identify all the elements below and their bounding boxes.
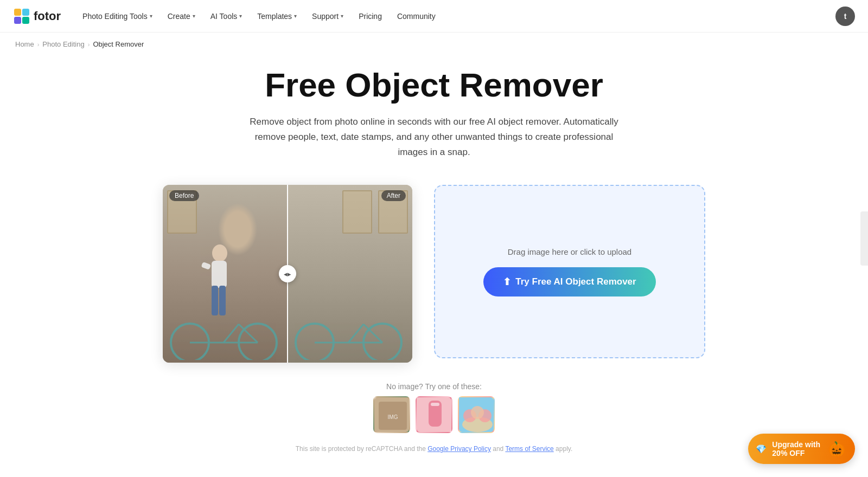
chevron-down-icon: ▾ bbox=[294, 13, 297, 19]
svg-line-13 bbox=[224, 324, 239, 343]
chevron-down-icon: ▾ bbox=[341, 13, 343, 19]
svg-point-5 bbox=[212, 244, 227, 262]
main-content: Before After ◂▸ Drag image here or click… bbox=[54, 185, 814, 373]
svg-rect-25 bbox=[431, 403, 439, 406]
breadcrumb-sep-1: › bbox=[37, 41, 40, 48]
samples-label: No image? Try one of these: bbox=[0, 382, 868, 391]
before-image bbox=[163, 185, 288, 363]
footer-and: and bbox=[493, 445, 503, 453]
svg-rect-6 bbox=[212, 261, 227, 288]
chevron-down-icon: ▾ bbox=[239, 13, 242, 19]
nav-pricing[interactable]: Pricing bbox=[352, 9, 388, 24]
bike-silhouette-before bbox=[168, 317, 282, 360]
chevron-down-icon: ▾ bbox=[193, 13, 195, 19]
comparison-handle[interactable]: ◂▸ bbox=[279, 265, 296, 282]
hero-description: Remove object from photo online in secon… bbox=[239, 114, 629, 160]
pumpkin-icon: 🎃 bbox=[828, 441, 845, 457]
footer-apply: apply. bbox=[556, 445, 572, 453]
logo[interactable]: fotor bbox=[13, 8, 61, 25]
svg-rect-3 bbox=[14, 17, 21, 24]
svg-rect-8 bbox=[219, 286, 226, 315]
svg-rect-4 bbox=[22, 17, 29, 24]
svg-text:IMG: IMG bbox=[388, 414, 398, 420]
comparison-image: Before After ◂▸ bbox=[163, 185, 412, 363]
logo-text: fotor bbox=[34, 9, 61, 23]
terms-link[interactable]: Terms of Service bbox=[505, 445, 553, 453]
upgrade-label: Upgrade with bbox=[772, 440, 820, 449]
privacy-policy-link[interactable]: Google Privacy Policy bbox=[427, 445, 491, 453]
nav-right: t bbox=[835, 7, 855, 26]
try-free-button[interactable]: ⬆ Try Free AI Object Remover bbox=[483, 267, 655, 296]
breadcrumb-home[interactable]: Home bbox=[15, 40, 34, 48]
sample-image-3[interactable] bbox=[458, 396, 495, 433]
svg-rect-1 bbox=[14, 9, 21, 16]
upload-drag-hint: Drag image here or click to upload bbox=[508, 247, 631, 256]
footer-note-text: This site is protected by reCAPTCHA and … bbox=[296, 445, 426, 453]
samples-section: No image? Try one of these: IMG bbox=[0, 373, 868, 440]
svg-rect-2 bbox=[22, 9, 29, 16]
diamond-icon: 💎 bbox=[756, 444, 767, 454]
after-image bbox=[288, 185, 412, 363]
before-after-widget[interactable]: Before After ◂▸ bbox=[163, 185, 412, 363]
page-title: Free Object Remover bbox=[11, 67, 857, 104]
breadcrumb-sep-2: › bbox=[88, 41, 90, 48]
breadcrumb-current: Object Remover bbox=[93, 40, 144, 48]
try-free-label: Try Free AI Object Remover bbox=[515, 276, 636, 287]
upload-icon: ⬆ bbox=[503, 276, 511, 288]
svg-point-30 bbox=[471, 406, 484, 419]
bike-silhouette-after bbox=[293, 317, 407, 360]
navbar: fotor Photo Editing Tools ▾ Create ▾ AI … bbox=[0, 0, 868, 33]
nav-links: Photo Editing Tools ▾ Create ▾ AI Tools … bbox=[76, 9, 835, 24]
nav-create[interactable]: Create ▾ bbox=[161, 9, 202, 24]
nav-ai-tools[interactable]: AI Tools ▾ bbox=[204, 9, 249, 24]
nav-support[interactable]: Support ▾ bbox=[305, 9, 350, 24]
nav-photo-editing[interactable]: Photo Editing Tools ▾ bbox=[76, 9, 159, 24]
upgrade-discount: 20% OFF bbox=[772, 449, 820, 457]
upgrade-banner[interactable]: 💎 Upgrade with 20% OFF 🎃 bbox=[748, 434, 855, 463]
fotor-logo-icon bbox=[13, 8, 30, 25]
scroll-indicator[interactable] bbox=[860, 211, 868, 266]
breadcrumb-photo-editing[interactable]: Photo Editing bbox=[42, 40, 84, 48]
svg-rect-7 bbox=[212, 286, 218, 315]
breadcrumb: Home › Photo Editing › Object Remover bbox=[0, 33, 868, 56]
upload-area[interactable]: Drag image here or click to upload ⬆ Try… bbox=[434, 185, 705, 358]
svg-rect-9 bbox=[201, 262, 211, 270]
sample-image-2[interactable] bbox=[416, 396, 452, 433]
svg-line-18 bbox=[348, 324, 363, 343]
samples-row: IMG bbox=[0, 396, 868, 433]
footer-recaptcha: This site is protected by reCAPTCHA and … bbox=[0, 440, 868, 463]
user-avatar[interactable]: t bbox=[835, 7, 855, 26]
nav-community[interactable]: Community bbox=[391, 9, 442, 24]
hero-section: Free Object Remover Remove object from p… bbox=[0, 56, 868, 185]
chevron-down-icon: ▾ bbox=[150, 13, 152, 19]
before-label: Before bbox=[169, 190, 199, 201]
upgrade-text: Upgrade with 20% OFF bbox=[772, 440, 820, 457]
sample-image-1[interactable]: IMG bbox=[373, 396, 410, 433]
nav-templates[interactable]: Templates ▾ bbox=[251, 9, 303, 24]
after-label: After bbox=[381, 190, 406, 201]
